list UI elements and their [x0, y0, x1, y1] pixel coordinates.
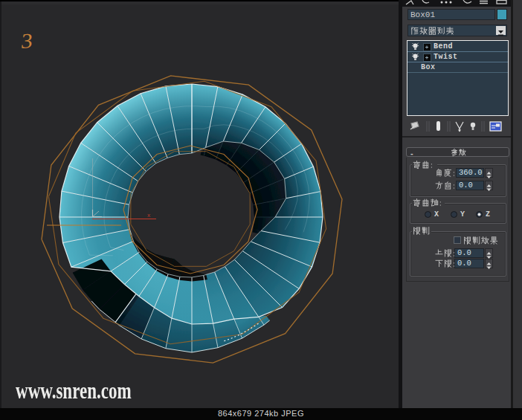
svg-text:x: x — [147, 212, 151, 219]
